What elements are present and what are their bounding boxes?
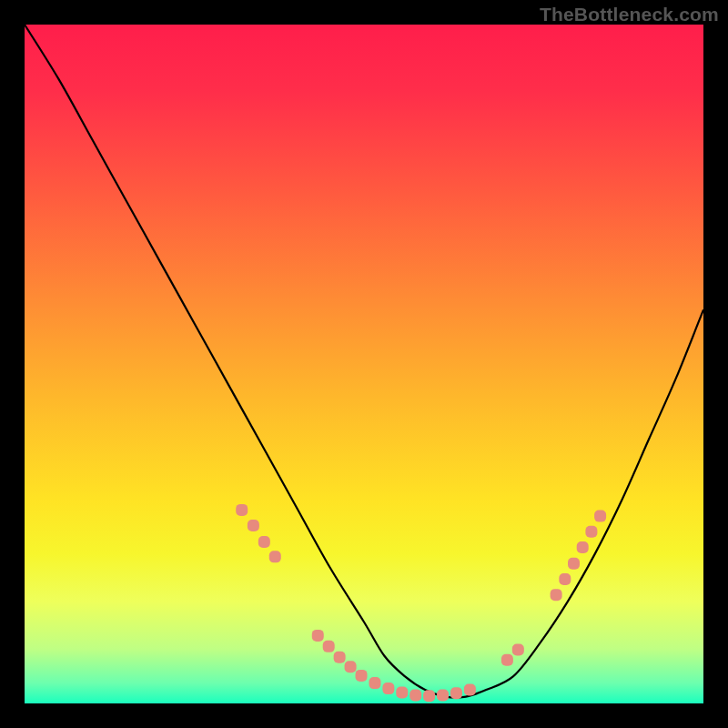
highlight-dot [369,677,380,689]
highlight-dot [323,641,335,652]
plot-area [25,25,703,703]
highlight-dot [396,687,408,699]
highlight-dot [269,551,281,562]
highlight-dot [594,511,606,522]
highlight-dot [258,536,270,548]
highlight-dot [312,630,324,642]
highlight-dot [501,654,513,666]
highlight-dot [356,670,368,682]
chart-frame: TheBottleneck.com [0,0,728,728]
highlight-dot [236,504,248,516]
highlight-dot [512,644,524,656]
highlight-dots [236,504,606,702]
highlight-dot [585,526,597,538]
highlight-dot [382,682,394,694]
highlight-dot [334,652,346,663]
bottleneck-curve-svg [25,25,703,703]
bottleneck-curve [25,25,703,697]
highlight-dot [551,589,562,601]
highlight-dot [248,520,259,531]
highlight-dot [577,541,589,553]
curve-path-group [25,25,703,697]
highlight-dot [464,684,476,696]
highlight-dot [437,690,449,702]
highlight-dot [559,573,571,585]
highlight-dot [450,687,462,699]
highlight-dot [345,661,357,672]
watermark-text: TheBottleneck.com [540,4,719,25]
highlight-dot [423,690,435,702]
highlight-dot [410,690,421,702]
highlight-dot [568,558,580,570]
